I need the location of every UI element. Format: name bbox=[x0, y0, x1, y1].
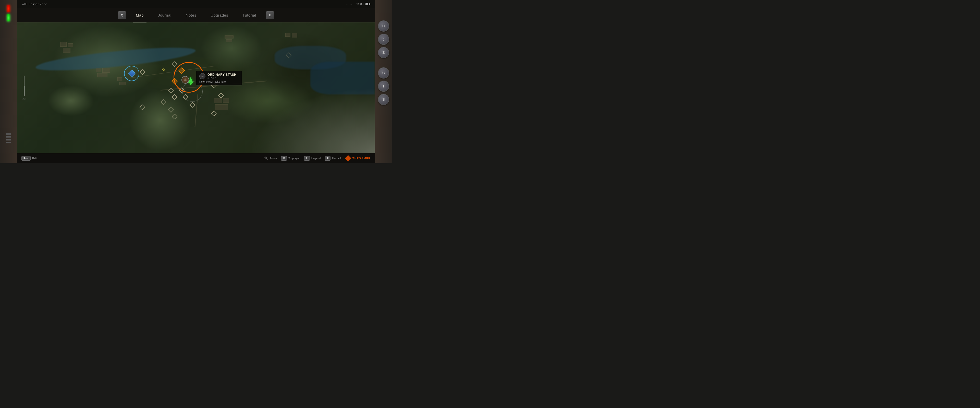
right-btn-s[interactable]: S bbox=[378, 94, 389, 105]
player-label: To player bbox=[288, 157, 300, 160]
untrack-label: Untrack bbox=[332, 157, 342, 160]
player-hint: V To player bbox=[281, 156, 300, 160]
player-dot bbox=[189, 83, 192, 85]
building-cluster-1 bbox=[60, 42, 81, 55]
logo-diamond bbox=[345, 155, 351, 162]
zoom-fill bbox=[24, 86, 24, 96]
tab-journal[interactable]: Journal bbox=[151, 8, 179, 22]
esc-key[interactable]: Esc bbox=[21, 156, 30, 160]
zone-name: Lesser Zone bbox=[29, 3, 47, 6]
building-cluster-2 bbox=[96, 68, 111, 78]
tab-group: Map Journal Notes Upgrades Tutorial bbox=[129, 8, 263, 22]
f-key[interactable]: F bbox=[325, 156, 331, 160]
right-btn-j[interactable]: J bbox=[378, 34, 389, 45]
left-decor bbox=[6, 133, 11, 143]
zoom-level: X2 bbox=[22, 97, 26, 100]
right-sidebar: C J Σ C I S bbox=[375, 0, 392, 163]
legend-label: Legend bbox=[311, 157, 321, 160]
dots-decor: ....... bbox=[346, 3, 355, 5]
zoom-indicator: X2 bbox=[22, 76, 26, 100]
stash-header: ☠ ORDINARY STASH STASH bbox=[199, 73, 239, 79]
battery-fill bbox=[366, 3, 368, 5]
stash-subtitle: STASH bbox=[207, 76, 236, 79]
signal-bars bbox=[22, 3, 26, 5]
radiation-marker: ☢ bbox=[160, 67, 166, 73]
untrack-hint: F Untrack bbox=[325, 156, 342, 160]
status-bar-left: Lesser Zone bbox=[22, 3, 47, 6]
map-water-lake-right bbox=[310, 62, 375, 94]
stash-description: No one ever looks here. bbox=[199, 80, 239, 83]
right-btn-c2[interactable]: C bbox=[378, 67, 389, 79]
right-btn-i[interactable]: I bbox=[378, 81, 389, 92]
map-area[interactable]: ☢ ☠ bbox=[18, 22, 375, 153]
zoom-hint: Zoom bbox=[264, 156, 277, 160]
bottom-left: Esc Exit bbox=[21, 156, 37, 160]
building-cluster-4 bbox=[214, 98, 232, 112]
bottom-bar: Esc Exit Zoom V To player L Le bbox=[18, 153, 375, 163]
tab-tutorial[interactable]: Tutorial bbox=[235, 8, 263, 22]
nav-key-e[interactable]: E bbox=[266, 11, 274, 19]
l-key[interactable]: L bbox=[304, 156, 310, 160]
status-bar-right: ....... 11 08 bbox=[346, 3, 369, 6]
zoom-icon bbox=[264, 156, 268, 160]
status-bar: Lesser Zone ....... 11 08 bbox=[18, 0, 375, 8]
time-display: 11 08 bbox=[356, 3, 363, 6]
nav-key-q[interactable]: Q bbox=[118, 11, 126, 19]
logo-text: THEGAMER bbox=[352, 157, 371, 160]
led-green bbox=[7, 14, 10, 21]
exit-label: Exit bbox=[32, 157, 37, 160]
stash-icon: ☠ bbox=[181, 76, 189, 84]
zoom-label: Zoom bbox=[270, 157, 277, 160]
exit-hint: Esc Exit bbox=[21, 156, 37, 160]
building-cluster-5 bbox=[224, 35, 235, 43]
bottom-right: Zoom V To player L Legend F Untrack THEG… bbox=[264, 156, 371, 160]
zoom-bar bbox=[24, 76, 25, 96]
legend-hint: L Legend bbox=[304, 156, 321, 160]
right-btn-m[interactable]: Σ bbox=[378, 47, 389, 58]
radiation-symbol: ☢ bbox=[162, 68, 165, 72]
building-cluster-6 bbox=[285, 33, 298, 42]
stash-tooltip: ☠ ORDINARY STASH STASH No one ever looks… bbox=[196, 71, 242, 86]
battery-icon bbox=[365, 3, 369, 5]
stash-title: ORDINARY STASH bbox=[207, 73, 236, 76]
thegamer-logo: THEGAMER bbox=[346, 156, 371, 160]
stash-marker[interactable]: ☠ bbox=[181, 76, 189, 84]
led-red bbox=[7, 5, 10, 12]
blue-marker-container bbox=[124, 66, 139, 81]
right-btn-c1[interactable]: C bbox=[378, 21, 389, 32]
main-content: Lesser Zone ....... 11 08 Q Map Journal … bbox=[18, 0, 375, 163]
tab-map[interactable]: Map bbox=[129, 8, 151, 22]
tab-notes[interactable]: Notes bbox=[179, 8, 204, 22]
svg-line-1 bbox=[266, 159, 268, 160]
tab-upgrades[interactable]: Upgrades bbox=[204, 8, 235, 22]
stash-skull: ☠ bbox=[199, 73, 205, 79]
left-sidebar bbox=[0, 0, 18, 163]
v-key[interactable]: V bbox=[281, 156, 287, 160]
nav-tabs: Q Map Journal Notes Upgrades Tutorial E bbox=[18, 8, 375, 22]
